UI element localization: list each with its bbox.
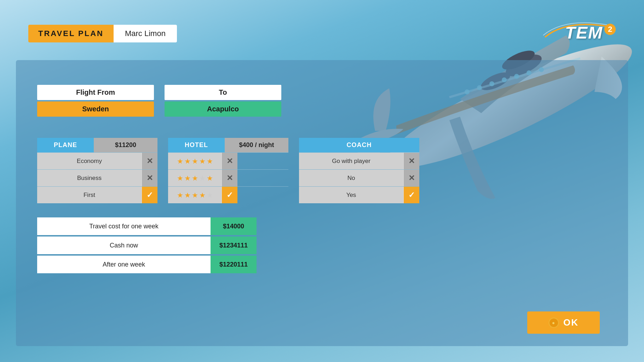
travel-cost-label: Travel cost for one week bbox=[37, 217, 211, 235]
coach-group: COACH Go with player ✕ No ✕ Yes ✓ bbox=[299, 138, 419, 203]
star-1-1: ★ bbox=[177, 157, 183, 165]
hotel-row-2[interactable]: ★ ★ ★ ★ ★ ✕ bbox=[168, 169, 288, 186]
plane-row-business[interactable]: Business ✕ bbox=[37, 169, 157, 186]
hotel-group: HOTEL $400 / night ★ ★ ★ ★ ★ ✕ bbox=[168, 138, 288, 203]
plane-business-label: Business bbox=[37, 170, 142, 186]
star-3-5: ★ bbox=[207, 191, 213, 199]
after-week-value: $1220111 bbox=[211, 256, 257, 273]
plane-business-action[interactable]: ✕ bbox=[142, 170, 157, 186]
hotel-row-3[interactable]: ★ ★ ★ ★ ★ ✓ bbox=[168, 186, 288, 203]
star-2-4: ★ bbox=[199, 174, 206, 182]
flight-to-label: To bbox=[165, 85, 281, 100]
star-3-4: ★ bbox=[199, 191, 206, 199]
totals-section: Travel cost for one week $14000 Cash now… bbox=[37, 217, 257, 273]
coach-no-label: No bbox=[299, 170, 404, 186]
star-1-3: ★ bbox=[192, 157, 198, 165]
coach-no-action[interactable]: ✕ bbox=[404, 170, 419, 186]
travel-plan-badge: TRAVEL PLAN bbox=[28, 25, 114, 42]
ok-button[interactable]: ● OK bbox=[527, 311, 600, 334]
header: TRAVEL PLAN Marc Limon bbox=[28, 25, 177, 42]
travel-cost-row: Travel cost for one week $14000 bbox=[37, 217, 257, 235]
star-3-2: ★ bbox=[184, 191, 191, 199]
hotel-header-price: $400 / night bbox=[225, 138, 288, 152]
plane-header-label: PLANE bbox=[37, 138, 94, 152]
flight-to-field: To Acapulco bbox=[165, 85, 281, 117]
hotel-3-action[interactable]: ✓ bbox=[222, 187, 237, 203]
hotel-stars-3: ★ ★ ★ ★ ★ bbox=[168, 187, 222, 203]
coach-yes-label: Yes bbox=[299, 187, 404, 203]
plane-first-action[interactable]: ✓ bbox=[142, 187, 157, 203]
star-3-3: ★ bbox=[192, 191, 198, 199]
coach-header: COACH bbox=[299, 138, 419, 152]
star-2-5: ★ bbox=[207, 174, 213, 182]
coach-yes-action[interactable]: ✓ bbox=[404, 187, 419, 203]
star-1-2: ★ bbox=[184, 157, 191, 165]
after-week-label: After one week bbox=[37, 256, 211, 273]
flight-from-label: Flight From bbox=[37, 85, 154, 100]
hotel-stars-2: ★ ★ ★ ★ ★ bbox=[168, 170, 222, 186]
star-2-2: ★ bbox=[184, 174, 191, 182]
plane-economy-action[interactable]: ✕ bbox=[142, 153, 157, 169]
hotel-stars-1: ★ ★ ★ ★ ★ bbox=[168, 153, 222, 169]
main-panel: Flight From Sweden To Acapulco PLANE $11… bbox=[16, 60, 628, 346]
star-3-1: ★ bbox=[177, 191, 183, 199]
ok-label: OK bbox=[563, 317, 579, 328]
hotel-1-action[interactable]: ✕ bbox=[222, 153, 237, 169]
plane-row-first[interactable]: First ✓ bbox=[37, 186, 157, 203]
page-content: TRAVEL PLAN Marc Limon TEM 2 Flight From… bbox=[0, 0, 644, 362]
coach-header-label: COACH bbox=[299, 138, 419, 152]
flight-section: Flight From Sweden To Acapulco bbox=[37, 85, 281, 117]
travel-cost-value: $14000 bbox=[211, 217, 257, 235]
plane-header: PLANE $11200 bbox=[37, 138, 157, 152]
star-1-4: ★ bbox=[199, 157, 206, 165]
flight-to-value: Acapulco bbox=[165, 101, 281, 117]
cash-now-label: Cash now bbox=[37, 237, 211, 254]
flight-from-value: Sweden bbox=[37, 101, 154, 117]
options-section: PLANE $11200 Economy ✕ Business ✕ First … bbox=[37, 138, 419, 203]
coach-go-with-player-label: Go with player bbox=[299, 153, 404, 169]
star-2-3: ★ bbox=[192, 174, 198, 182]
hotel-header: HOTEL $400 / night bbox=[168, 138, 288, 152]
hotel-header-label: HOTEL bbox=[168, 138, 225, 152]
ok-coin-icon: ● bbox=[548, 317, 559, 328]
player-name: Marc Limon bbox=[114, 25, 177, 42]
hotel-2-action[interactable]: ✕ bbox=[222, 170, 237, 186]
plane-row-economy[interactable]: Economy ✕ bbox=[37, 152, 157, 169]
logo-swoosh-icon bbox=[538, 16, 616, 44]
plane-first-label: First bbox=[37, 187, 142, 203]
plane-group: PLANE $11200 Economy ✕ Business ✕ First … bbox=[37, 138, 157, 203]
cash-now-value: $1234111 bbox=[211, 237, 257, 254]
plane-header-price: $11200 bbox=[94, 138, 157, 152]
logo: TEM 2 bbox=[565, 23, 616, 42]
flight-from-field: Flight From Sweden bbox=[37, 85, 154, 117]
cash-now-row: Cash now $1234111 bbox=[37, 237, 257, 254]
plane-economy-label: Economy bbox=[37, 153, 142, 169]
hotel-row-1[interactable]: ★ ★ ★ ★ ★ ✕ bbox=[168, 152, 288, 169]
star-1-5: ★ bbox=[207, 157, 213, 165]
coach-row-no[interactable]: No ✕ bbox=[299, 169, 419, 186]
coach-row-yes[interactable]: Yes ✓ bbox=[299, 186, 419, 203]
after-week-row: After one week $1220111 bbox=[37, 256, 257, 273]
coach-row-go-with-player[interactable]: Go with player ✕ bbox=[299, 152, 419, 169]
coach-go-action[interactable]: ✕ bbox=[404, 153, 419, 169]
star-2-1: ★ bbox=[177, 174, 183, 182]
